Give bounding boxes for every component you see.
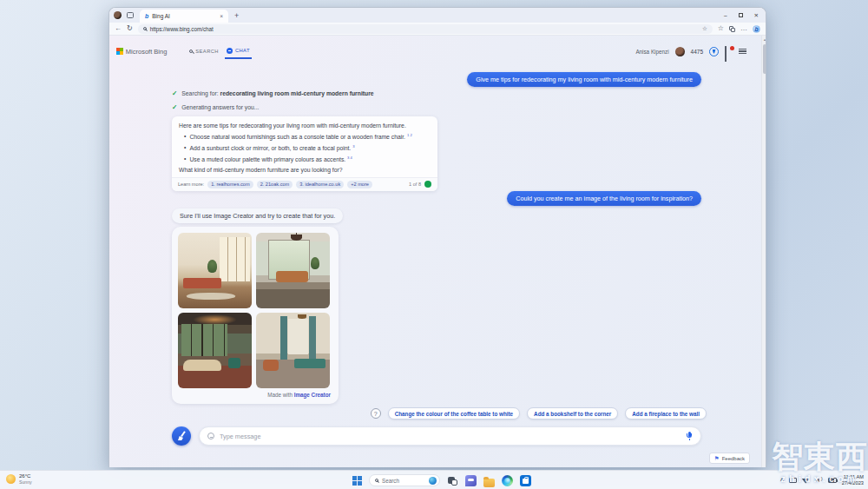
taskbar-search-label: Search [382,478,425,484]
microphone-icon[interactable] [686,432,693,441]
help-icon[interactable]: ? [371,408,381,419]
check-icon: ✓ [172,103,177,111]
generated-image-4[interactable] [256,313,330,388]
more-menu-icon[interactable]: … [740,25,747,32]
teams-chat-icon[interactable] [465,475,477,486]
add-favorite-icon[interactable]: ☆ [702,25,707,32]
favorites-icon[interactable]: ☆ [718,25,724,32]
touch-keyboard-icon[interactable] [789,478,797,483]
user-avatar[interactable] [675,47,685,56]
tab-chat[interactable]: CHAT [225,44,252,59]
suggestion-chip[interactable]: Add a fireplace to the wall [625,407,707,420]
weather-widget[interactable]: 26°C Sunny [6,473,32,485]
bullet-marker: • [184,154,186,165]
file-explorer-icon[interactable] [483,479,495,487]
flag-icon: ⚑ [714,455,720,462]
source-link[interactable]: 3. idealhome.co.uk [296,181,344,188]
microsoft-logo-icon [116,48,123,55]
wifi-icon[interactable] [802,478,810,484]
generated-image-grid [178,233,332,388]
generated-image-2[interactable] [256,233,330,308]
tab-actions-icon[interactable] [127,12,134,18]
citation-refs[interactable]: 3 [352,144,354,149]
citation-refs[interactable]: 1 2 [407,133,412,137]
volume-icon[interactable] [815,477,823,484]
user-message-2: Could you create me an image of the livi… [507,191,701,206]
url-text: https://www.bing.com/chat [150,26,214,32]
taskbar-search[interactable]: Search [369,474,440,486]
page-scrollbar[interactable]: ▲ [761,36,766,467]
suggestion-chip[interactable]: Change the colour of the coffee table to… [388,407,520,420]
new-tab-button[interactable]: + [234,11,239,20]
system-tray: ^ 11:11 AM 27/4/2023 [780,471,864,489]
search-icon [143,27,147,30]
generated-image-1[interactable] [178,233,252,308]
collections-icon[interactable] [729,26,735,32]
status-generating: ✓ Generating answers for you... [172,103,259,111]
maximize-button[interactable] [739,13,743,17]
broom-icon [177,431,186,441]
source-link[interactable]: 2. 21oak.com [257,181,293,188]
status-searching: ✓ Searching for: redecorating living roo… [172,89,374,97]
generated-image-3[interactable] [178,313,252,388]
taskbar-clock[interactable]: 11:11 AM 27/4/2023 [842,474,864,486]
feedback-label: Feedback [722,456,745,461]
rewards-icon[interactable] [709,47,719,56]
message-input[interactable] [220,433,681,440]
searching-prefix: Searching for: [181,90,218,96]
clock-date: 27/4/2023 [842,480,864,486]
refresh-button[interactable]: ↻ [127,25,133,32]
source-more-link[interactable]: +2 more [347,181,372,188]
message-bubble-icon [207,433,214,439]
answer-bullet: • Add a sunburst clock or mirror, or bot… [179,142,431,154]
microsoft-bing-logo[interactable]: Microsoft Bing [116,48,167,56]
taskbar-center: Search [352,471,531,489]
pagination-label: 1 of 8 [409,182,421,187]
bing-favicon: b [145,13,148,19]
weather-desc: Sunny [19,479,32,485]
suggestion-chip[interactable]: Add a bookshelf to the corner [527,407,618,420]
bing-discover-button[interactable]: b [753,25,760,33]
bullet-marker: • [184,131,186,142]
searching-query: redecorating living room mid-century mod… [220,90,374,96]
new-topic-button[interactable] [172,426,191,446]
source-link[interactable]: 1. realhomes.com [207,181,253,188]
hamburger-menu-icon[interactable] [739,49,746,54]
tab-close-icon[interactable]: × [220,13,223,19]
back-button[interactable]: ← [115,25,122,32]
search-tab-icon [189,50,193,53]
close-button[interactable]: ✕ [754,12,759,19]
bing-chat-page: Microsoft Bing SEARCH CHAT Anisa Kipenzi… [109,36,766,467]
image-creator-link[interactable]: Image Creator [294,392,331,398]
browser-profile-avatar[interactable] [114,11,122,19]
microsoft-store-icon[interactable] [520,475,531,486]
tab-search[interactable]: SEARCH [187,45,220,57]
minimize-button[interactable]: – [724,12,727,18]
tab-title: Bing AI [152,13,170,19]
browser-tab-strip: b Bing AI × + – ✕ [109,8,766,23]
generating-label: Generating answers for you... [181,104,259,110]
window-controls: – ✕ [724,8,762,23]
scrollbar-thumb[interactable] [763,44,766,74]
answer-question: What kind of mid-century modern furnitur… [179,165,431,175]
edge-browser-icon[interactable] [502,475,513,486]
start-button[interactable] [352,476,362,486]
image-creator-card: Made with Image Creator [172,227,339,404]
answer-bullet: • Use a muted colour palette with primar… [179,154,431,165]
answer-bullet: • Choose natural wood furnishings such a… [179,131,431,142]
next-page-button[interactable] [424,181,431,188]
answer-intro: Here are some tips for redecorating your… [179,121,431,131]
address-bar[interactable]: https://www.bing.com/chat ☆ [138,24,713,34]
citation-refs[interactable]: 3 4 [347,155,352,160]
notifications-bell-icon[interactable] [725,47,733,56]
battery-icon[interactable] [828,478,837,483]
suggestion-chips: ? Change the colour of the coffee table … [371,407,707,420]
feedback-button[interactable]: ⚑ Feedback [709,453,750,464]
user-message-1: Give me tips for redecorating my living … [467,72,701,87]
scroll-up-icon[interactable]: ▲ [762,36,766,42]
header-right: Anisa Kipenzi 4475 [635,47,746,56]
clock-time: 11:11 AM [844,474,864,480]
tray-chevron-icon[interactable]: ^ [780,478,784,484]
browser-tab-bing-ai[interactable]: b Bing AI × [140,10,228,23]
task-view-icon[interactable] [447,475,458,486]
